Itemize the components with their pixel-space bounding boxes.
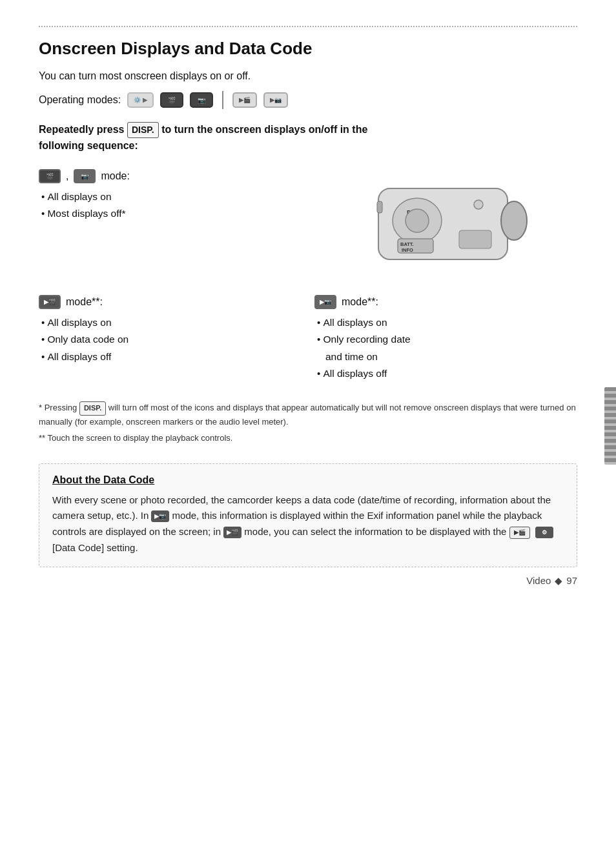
playback-video-bullet-list: All displays on Only data code on All di… bbox=[39, 314, 302, 365]
video-mode-icon-inline: ▶🎬 bbox=[223, 527, 241, 538]
movie-photo-mode-header: 🎬 , 📷 mode: bbox=[39, 169, 302, 183]
mode-icon-playback-video: ▶🎬 bbox=[232, 92, 257, 108]
svg-point-8 bbox=[474, 200, 483, 209]
footer-page: 97 bbox=[566, 575, 577, 586]
page-footer: Video ◆ 97 bbox=[526, 575, 577, 587]
operating-modes-row: Operating modes: ⚙️ ▶ 🎬 📷 ▶🎬 ▶📷 bbox=[39, 91, 577, 109]
svg-rect-9 bbox=[459, 230, 491, 248]
top-modes-section: 🎬 , 📷 mode: All displays on Most display… bbox=[39, 169, 577, 276]
comma-sep: , bbox=[66, 170, 68, 182]
playback-photo-col: ▶📷 mode**: All displays on Only recordin… bbox=[302, 295, 577, 382]
svg-text:BATT.: BATT. bbox=[400, 241, 414, 247]
playback-photo-mode-header: ▶📷 mode**: bbox=[314, 295, 577, 309]
playback-video-icon: ▶🎬 bbox=[39, 295, 61, 309]
pp-bullet-2: Only recording date and time on bbox=[317, 331, 577, 365]
pv-bullet-2: Only data code on bbox=[41, 331, 302, 348]
mode-icon-playback-photo: ▶📷 bbox=[263, 92, 288, 108]
pv-bullet-1: All displays on bbox=[41, 314, 302, 331]
top-left-col: 🎬 , 📷 mode: All displays on Most display… bbox=[39, 169, 314, 276]
footnote-2: ** Touch the screen to display the playb… bbox=[39, 432, 577, 445]
video-mode-icon: 🎬 bbox=[39, 169, 61, 183]
about-data-code-text: With every scene or photo recorded, the … bbox=[52, 492, 564, 556]
pv-bullet-3: All displays off bbox=[41, 348, 302, 365]
svg-point-4 bbox=[406, 209, 429, 232]
footnotes: * Pressing DISP. will turn off most of t… bbox=[39, 401, 577, 445]
pp-bullet-3: All displays off bbox=[317, 365, 577, 382]
footer-symbol: ◆ bbox=[555, 575, 562, 587]
bullet-all-displays-on: All displays on bbox=[41, 188, 302, 205]
camera-diagram: DISP. BATT. INFO bbox=[359, 169, 533, 276]
footnote-1: * Pressing DISP. will turn off most of t… bbox=[39, 401, 577, 429]
disp-key: DISP. bbox=[127, 122, 159, 138]
mode-label: mode: bbox=[101, 170, 129, 182]
playback-photo-bullet-list: All displays on Only recording date and … bbox=[314, 314, 577, 382]
top-right-col: DISP. BATT. INFO bbox=[314, 169, 577, 276]
menu-icon-bracket: ▶🎬 bbox=[509, 527, 530, 539]
bullet-most-displays-off: Most displays off* bbox=[41, 205, 302, 222]
pp-bullet-1: All displays on bbox=[317, 314, 577, 331]
intro-text: You can turn most onscreen displays on o… bbox=[39, 70, 577, 82]
operating-modes-label: Operating modes: bbox=[39, 94, 121, 106]
svg-text:INFO: INFO bbox=[402, 247, 413, 253]
photo-mode-icon-inline: ▶📷 bbox=[151, 510, 169, 522]
footer-text: Video bbox=[526, 575, 551, 586]
playback-video-mode-header: ▶🎬 mode**: bbox=[39, 295, 302, 309]
mode-icon-standby: ⚙️ ▶ bbox=[127, 92, 154, 108]
bottom-modes-section: ▶🎬 mode**: All displays on Only data cod… bbox=[39, 295, 577, 382]
about-data-code-section: About the Data Code With every scene or … bbox=[39, 463, 577, 567]
right-sidebar-bar bbox=[604, 387, 616, 465]
mode-icon-photo: 📷 bbox=[190, 92, 213, 108]
mode-icon-video: 🎬 bbox=[160, 92, 183, 108]
about-data-code-title: About the Data Code bbox=[52, 474, 564, 486]
page-container: Onscreen Displays and Data Code You can … bbox=[0, 0, 616, 606]
top-border bbox=[39, 26, 577, 27]
playback-photo-mode-label: mode**: bbox=[342, 296, 378, 308]
svg-point-1 bbox=[501, 201, 527, 240]
playback-video-col: ▶🎬 mode**: All displays on Only data cod… bbox=[39, 295, 302, 382]
disp-key-footnote: DISP. bbox=[79, 401, 106, 416]
modes-separator bbox=[222, 91, 223, 109]
settings-icon-inline: ⚙ bbox=[535, 527, 553, 538]
page-title: Onscreen Displays and Data Code bbox=[39, 39, 577, 59]
playback-photo-icon: ▶📷 bbox=[314, 295, 336, 309]
photo-mode-icon: 📷 bbox=[74, 169, 96, 183]
press-instruction: Repeatedly press DISP. to turn the onscr… bbox=[39, 122, 577, 154]
press-instruction-prefix: Repeatedly press bbox=[39, 124, 125, 135]
svg-rect-10 bbox=[377, 201, 382, 213]
movie-photo-bullet-list: All displays on Most displays off* bbox=[39, 188, 302, 223]
playback-video-mode-label: mode**: bbox=[66, 296, 103, 308]
